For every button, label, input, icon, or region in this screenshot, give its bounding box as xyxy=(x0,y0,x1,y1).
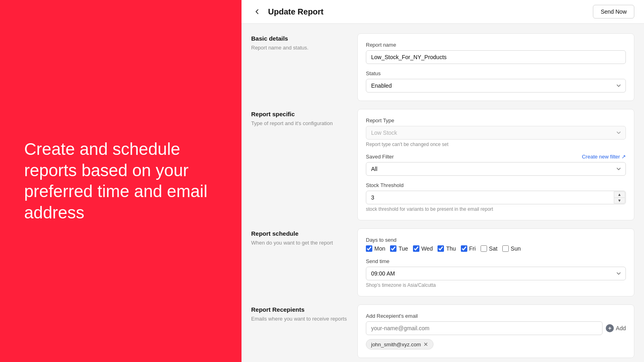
report-recipients-title: Report Recepients xyxy=(251,306,348,313)
day-fri[interactable]: Fri xyxy=(461,245,476,252)
day-mon-checkbox[interactable] xyxy=(366,245,372,252)
status-group: Status Enabled Disabled xyxy=(366,70,626,93)
report-recipients-section: Report Recepients Emails where you want … xyxy=(251,304,634,358)
report-recipients-label: Report Recepients Emails where you want … xyxy=(251,304,348,358)
basic-details-label: Basic details Report name and status. xyxy=(251,33,348,101)
stock-threshold-label: Stock Threshold xyxy=(366,182,626,188)
email-input-row: + Add xyxy=(366,321,626,335)
add-button-label: Add xyxy=(616,325,626,331)
stock-threshold-group: Stock Threshold ▲ ▼ stock threshold for … xyxy=(366,182,626,212)
send-now-button[interactable]: Send Now xyxy=(593,5,634,19)
report-schedule-label: Report schedule When do you want to get … xyxy=(251,228,348,296)
report-specific-section: Report specific Type of report and it's … xyxy=(251,109,634,220)
report-specific-description: Type of report and it's configuration xyxy=(251,120,348,127)
report-type-group: Report Type Low Stock Report type can't … xyxy=(366,117,626,147)
day-wed-label: Wed xyxy=(421,245,433,252)
report-name-group: Report name xyxy=(366,42,626,64)
back-button[interactable] xyxy=(251,6,263,18)
day-thu-label: Thu xyxy=(446,245,456,252)
report-type-select[interactable]: Low Stock xyxy=(366,126,626,140)
left-panel: Create and schedule reports based on you… xyxy=(0,0,242,362)
email-input[interactable] xyxy=(366,321,603,335)
spinner-buttons: ▲ ▼ xyxy=(614,191,625,204)
saved-filter-select[interactable]: All xyxy=(366,162,626,176)
status-select[interactable]: Enabled Disabled xyxy=(366,79,626,93)
day-tue-label: Tue xyxy=(398,245,408,252)
days-to-send-label: Days to send xyxy=(366,237,626,243)
top-bar-left: Update Report xyxy=(251,6,324,18)
days-row: Mon Tue Wed Thu xyxy=(366,245,626,252)
day-tue-checkbox[interactable] xyxy=(390,245,396,252)
day-sat-label: Sat xyxy=(489,245,497,252)
send-time-label: Send time xyxy=(366,258,626,264)
content-area: Basic details Report name and status. Re… xyxy=(242,24,644,362)
report-name-label: Report name xyxy=(366,42,626,48)
day-thu-checkbox[interactable] xyxy=(438,245,444,252)
report-type-label: Report Type xyxy=(366,117,626,123)
timezone-note: Shop's timezone is Asia/Calcutta xyxy=(366,282,626,288)
spinner-down-button[interactable]: ▼ xyxy=(614,197,625,204)
day-fri-label: Fri xyxy=(469,245,476,252)
basic-details-card: Report name Status Enabled Disabled xyxy=(357,33,634,101)
day-sun-label: Sun xyxy=(511,245,521,252)
report-name-input[interactable] xyxy=(366,50,626,64)
add-circle-icon: + xyxy=(606,324,614,332)
day-fri-checkbox[interactable] xyxy=(461,245,467,252)
day-sat[interactable]: Sat xyxy=(481,245,497,252)
spinner-up-button[interactable]: ▲ xyxy=(614,191,625,197)
saved-filter-label-row: Saved Filter Create new filter ↗ xyxy=(366,154,626,160)
email-tag-remove-button[interactable]: ✕ xyxy=(423,341,428,348)
status-label: Status xyxy=(366,70,626,76)
report-specific-card: Report Type Low Stock Report type can't … xyxy=(357,109,634,220)
report-recipients-card: Add Recepient's email + Add john_smith@x… xyxy=(357,304,634,358)
stock-threshold-input[interactable] xyxy=(366,191,626,204)
day-mon[interactable]: Mon xyxy=(366,245,385,252)
report-recipients-description: Emails where you want to receive reports xyxy=(251,315,348,323)
add-email-group: Add Recepient's email + Add john_smith@x… xyxy=(366,313,626,350)
add-email-button[interactable]: + Add xyxy=(606,324,626,332)
saved-filter-label: Saved Filter xyxy=(366,154,394,160)
report-schedule-description: When do you want to get the report xyxy=(251,239,348,247)
saved-filter-group: Saved Filter Create new filter ↗ All xyxy=(366,154,626,176)
email-tag-value: john_smith@xyz.com xyxy=(371,341,421,348)
report-schedule-section: Report schedule When do you want to get … xyxy=(251,228,634,296)
report-specific-label: Report specific Type of report and it's … xyxy=(251,109,348,220)
days-to-send-group: Days to send Mon Tue Wed xyxy=(366,237,626,252)
email-tags-container: john_smith@xyz.com ✕ xyxy=(366,335,626,350)
day-sun-checkbox[interactable] xyxy=(502,245,509,252)
create-new-filter-link[interactable]: Create new filter ↗ xyxy=(582,154,626,160)
send-time-select[interactable]: 09:00 AM xyxy=(366,267,626,280)
day-wed[interactable]: Wed xyxy=(413,245,433,252)
stock-threshold-note: stock threshold for variants to be prese… xyxy=(366,206,626,212)
day-tue[interactable]: Tue xyxy=(390,245,408,252)
stock-threshold-input-wrap: ▲ ▼ xyxy=(366,191,626,204)
report-specific-title: Report specific xyxy=(251,111,348,117)
day-mon-label: Mon xyxy=(374,245,385,252)
tagline: Create and schedule reports based on you… xyxy=(24,139,217,223)
day-sun[interactable]: Sun xyxy=(502,245,521,252)
add-email-label: Add Recepient's email xyxy=(366,313,626,319)
basic-details-description: Report name and status. xyxy=(251,44,348,51)
report-schedule-card: Days to send Mon Tue Wed xyxy=(357,228,634,296)
page-title: Update Report xyxy=(268,7,324,16)
day-sat-checkbox[interactable] xyxy=(481,245,487,252)
basic-details-title: Basic details xyxy=(251,35,348,42)
back-icon xyxy=(254,8,261,15)
send-time-group: Send time 09:00 AM Shop's timezone is As… xyxy=(366,258,626,288)
report-type-note: Report type can't be changed once set xyxy=(366,142,626,147)
email-tag: john_smith@xyz.com ✕ xyxy=(366,339,433,350)
top-bar: Update Report Send Now xyxy=(242,0,644,24)
right-panel: Update Report Send Now Basic details Rep… xyxy=(242,0,644,362)
day-thu[interactable]: Thu xyxy=(438,245,456,252)
day-wed-checkbox[interactable] xyxy=(413,245,419,252)
report-schedule-title: Report schedule xyxy=(251,230,348,237)
basic-details-section: Basic details Report name and status. Re… xyxy=(251,33,634,101)
